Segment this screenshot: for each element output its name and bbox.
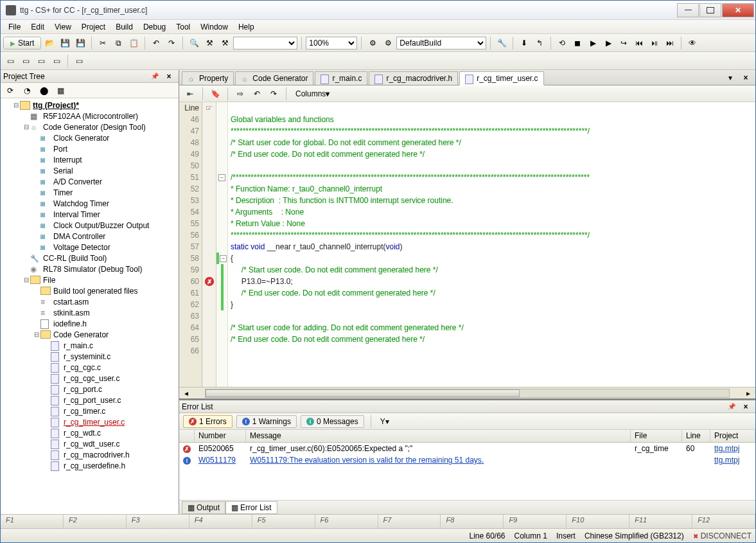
window-icon-1[interactable]: ▭ (3, 54, 17, 68)
code-line[interactable]: * Description : This function is INTTM00… (228, 195, 755, 206)
tree-file-item[interactable]: r_cg_macrodriver.h (62, 450, 131, 459)
menu-build[interactable]: Build (110, 21, 138, 33)
tree-codegen[interactable]: Code Generator (Design Tool) (42, 123, 147, 132)
col-file[interactable]: File (631, 430, 682, 442)
bookmark-icon[interactable]: 🔖 (208, 87, 222, 101)
code-line[interactable]: /* End user code. Do not edit comment ge… (228, 148, 755, 160)
code-line[interactable]: /* End user code. Do not edit comment ge… (228, 287, 755, 299)
download-icon[interactable]: ⬇ (517, 36, 531, 50)
step-over-icon[interactable]: ↪ (617, 36, 631, 50)
tree-item[interactable]: Interval Timer (52, 210, 101, 219)
tree-collapse-icon[interactable]: ⊟ (33, 331, 40, 338)
tree-item[interactable]: Clock Generator (52, 134, 110, 143)
tree-item[interactable]: DMA Controller (52, 232, 107, 241)
project-tree[interactable]: ⊟ttg (Project)* R5F102AA (Microcontrolle… (1, 98, 179, 514)
close-button[interactable] (722, 3, 754, 17)
fold-toggle-icon[interactable]: − (220, 255, 227, 262)
fkey-f10[interactable]: F10 (567, 515, 629, 528)
tree-file-item[interactable]: stkinit.asm (52, 308, 91, 317)
redo-icon[interactable]: ↷ (164, 36, 179, 50)
pin-icon[interactable] (725, 400, 739, 414)
copy-icon[interactable]: ⧉ (111, 36, 125, 50)
tree-file-item[interactable]: r_cg_wdt_user.c (62, 440, 121, 449)
tree-sim[interactable]: RL78 Simulator (Debug Tool) (42, 265, 144, 274)
window-icon-2[interactable]: ▭ (19, 54, 33, 68)
columns-dropdown[interactable]: Columns▾ (292, 88, 333, 100)
menu-view[interactable]: View (49, 21, 76, 33)
step-out-icon[interactable]: ⏯ (647, 36, 662, 50)
tree-root[interactable]: ttg (Project)* (31, 101, 80, 110)
tree-cgfolder[interactable]: Code Generator (52, 330, 110, 339)
start-button[interactable]: Start (3, 37, 41, 49)
build-all-icon[interactable]: ⚒ (218, 36, 232, 50)
tree-item[interactable]: Timer (52, 188, 74, 197)
redo-small-icon[interactable]: ↷ (267, 87, 281, 101)
col-line[interactable]: Line (682, 430, 710, 442)
error-message[interactable]: W0511179:The evaluation version is valid… (246, 456, 631, 465)
debug-tool-icon[interactable]: 🔧 (495, 36, 509, 50)
code-line[interactable]: } (228, 299, 755, 310)
menu-tool[interactable]: Tool (171, 21, 195, 33)
tree-file-item[interactable]: cstart.asm (52, 298, 90, 307)
tree-settings-icon[interactable]: ◔ (20, 84, 34, 98)
tab-errorlist[interactable]: ▦Error List (225, 501, 277, 514)
error-marker-icon[interactable] (205, 277, 214, 286)
tree-file-item[interactable]: r_cg_cgc_user.c (62, 374, 121, 383)
fkey-f5[interactable]: F5 (252, 515, 315, 528)
menu-edit[interactable]: Edit (26, 21, 49, 33)
menu-debug[interactable]: Debug (138, 21, 171, 33)
tab-output[interactable]: ▦Output (182, 501, 225, 514)
close-panel-icon[interactable] (162, 70, 176, 84)
build-config-select[interactable]: DefaultBuild (396, 37, 486, 49)
tree-item[interactable]: Clock Output/Buzzer Output (52, 221, 150, 230)
error-message[interactable]: r_cg_timer_user.c(60):E0520065:Expected … (246, 444, 631, 453)
tree-mcu[interactable]: R5F102AA (Microcontroller) (42, 112, 139, 121)
watch-icon[interactable]: 👁 (685, 36, 699, 50)
fkey-f3[interactable]: F3 (127, 515, 189, 528)
code-line[interactable]: { (228, 253, 755, 264)
tab-active[interactable]: r_cg_timer_user.c (459, 71, 543, 85)
error-line[interactable]: 60 (682, 444, 710, 453)
tree-collapse-icon[interactable]: ⊟ (22, 123, 30, 130)
filter-errors-button[interactable]: 1 Errors (183, 415, 233, 428)
tree-file-item[interactable]: r_cg_cgc.c (62, 363, 102, 372)
code-editor[interactable]: Line 46474849505152535455565758596061626… (179, 102, 755, 387)
tab-main[interactable]: r_main.c (315, 71, 367, 85)
code-line[interactable]: ****************************************… (228, 125, 755, 137)
tree-file-item[interactable]: r_main.c (62, 341, 94, 350)
cut-icon[interactable]: ✂ (96, 36, 110, 50)
tree-option-icon[interactable]: ⬤ (37, 84, 51, 98)
horizontal-scrollbar[interactable]: ◂ ▸ (179, 387, 755, 398)
code-line[interactable]: * Function Name: r_tau0_channel0_interru… (228, 183, 755, 195)
maximize-button[interactable] (699, 3, 721, 17)
fold-toggle-icon[interactable]: − (218, 174, 225, 181)
tab-codegen[interactable]: Code Generator (235, 71, 313, 85)
step-icon[interactable]: ▶ (601, 36, 615, 50)
tree-file-item[interactable]: r_cg_wdt.c (62, 429, 102, 438)
undo-icon[interactable]: ↶ (149, 36, 163, 50)
stop-icon[interactable]: ◼ (570, 36, 585, 50)
code-line[interactable] (228, 345, 755, 357)
code-line[interactable] (228, 310, 755, 322)
error-project[interactable]: ttg.mtpj (710, 444, 755, 453)
tree-item[interactable]: A/D Converter (52, 177, 103, 186)
tab-property[interactable]: Property (182, 71, 234, 85)
fkey-f4[interactable]: F4 (189, 515, 252, 528)
code-line[interactable]: /* Start user code for adding. Do not ed… (228, 322, 755, 334)
open-icon[interactable]: 📂 (42, 36, 57, 50)
code-line[interactable]: * Return Value : None (228, 218, 755, 229)
tree-ccrl[interactable]: CC-RL (Build Tool) (42, 254, 108, 263)
step-in-icon[interactable]: ⏮ (632, 36, 646, 50)
tab-macro[interactable]: r_cg_macrodriver.h (369, 71, 458, 85)
tree-file-item[interactable]: r_cg_timer.c (62, 407, 107, 416)
config-select-1[interactable] (233, 37, 297, 49)
save-all-icon[interactable]: 💾 (73, 36, 87, 50)
window-icon-5[interactable]: ▭ (72, 54, 86, 68)
find-icon[interactable]: 🔍 (187, 36, 201, 50)
error-row[interactable]: W0511179 W0511179:The evaluation version… (179, 454, 755, 466)
col-message[interactable]: Message (246, 430, 631, 442)
go-icon[interactable]: ▶ (586, 36, 600, 50)
config-icon-2[interactable]: ⚙ (381, 36, 395, 50)
minimize-button[interactable] (677, 3, 699, 17)
filter-messages-button[interactable]: 0 Messages (301, 415, 364, 428)
